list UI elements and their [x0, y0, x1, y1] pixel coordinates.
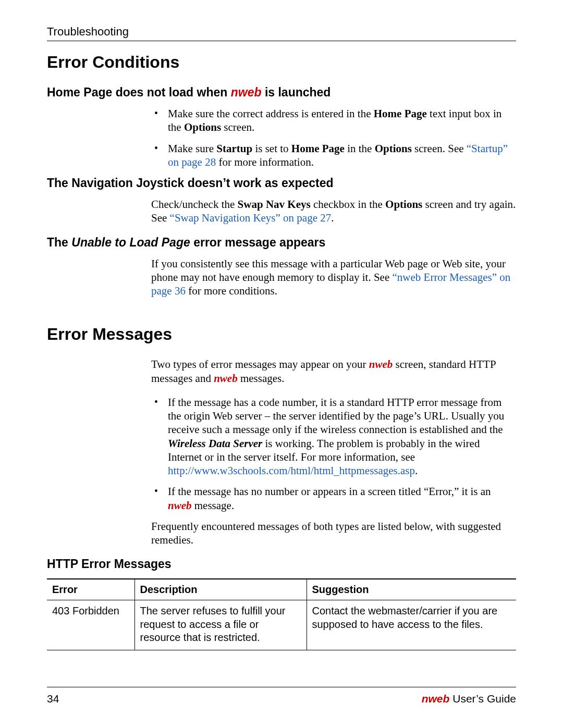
bold-text: Options: [184, 121, 221, 133]
text-fragment: Check/uncheck the: [151, 198, 238, 211]
text-fragment: in the: [345, 142, 375, 155]
heading-error-messages: Error Messages: [47, 325, 516, 344]
paragraph: Check/uncheck the Swap Nav Keys checkbox…: [151, 198, 516, 225]
subheading-joystick: The Navigation Joystick doesn’t work as …: [47, 176, 516, 190]
list-item: Make sure Startup is set to Home Page in…: [151, 142, 516, 169]
text-fragment: message.: [192, 499, 235, 512]
nweb-brand: nweb: [214, 372, 238, 385]
heading-error-conditions: Error Conditions: [47, 53, 516, 72]
text-fragment: .: [331, 212, 334, 224]
running-header: Troubleshooting: [47, 25, 516, 41]
italic-text: Unable to Load Page: [71, 236, 190, 249]
col-header-error: Error: [47, 579, 134, 600]
bold-text: Swap Nav Keys: [238, 198, 311, 211]
cell-suggestion: Contact the webmaster/carrier if you are…: [307, 600, 516, 650]
page-number: 34: [47, 693, 59, 705]
col-header-description: Description: [134, 579, 307, 600]
footer-title: nweb User’s Guide: [422, 693, 516, 705]
subheading-home-page-not-load: Home Page does not load when nweb is lau…: [47, 85, 516, 100]
nweb-brand: nweb: [369, 358, 393, 371]
text-fragment: screen.: [221, 121, 254, 133]
text-fragment: is launched: [262, 85, 331, 99]
bullet-list: If the message has a code number, it is …: [151, 396, 516, 512]
bold-text: Home Page: [291, 142, 345, 155]
text-fragment: Home Page does not load when: [47, 85, 231, 99]
paragraph: Frequently encountered messages of both …: [151, 520, 516, 547]
text-fragment: is set to: [252, 142, 291, 155]
text-fragment: .: [415, 464, 418, 477]
page-footer: 34 nweb User’s Guide: [47, 687, 516, 705]
external-link[interactable]: http://www.w3schools.com/html/html_httpm…: [168, 464, 415, 477]
list-item: If the message has no number or appears …: [151, 485, 516, 512]
cell-description: The server refuses to fulfill your reque…: [134, 600, 307, 650]
bullet-list: Make sure the correct address is entered…: [151, 107, 516, 169]
page-content: Troubleshooting Error Conditions Home Pa…: [0, 0, 563, 650]
text-fragment: error message appears: [190, 236, 326, 249]
col-header-suggestion: Suggestion: [307, 579, 516, 600]
text-fragment: Make sure: [168, 142, 216, 155]
paragraph: Two types of error messages may appear o…: [151, 357, 516, 385]
paragraph: If you consistently see this message wit…: [151, 257, 516, 298]
text-fragment: If the message has a code number, it is …: [168, 396, 504, 436]
table-row: 403 Forbidden The server refuses to fulf…: [47, 600, 516, 650]
text-fragment: The: [47, 236, 71, 249]
text-fragment: screen. See: [412, 142, 467, 155]
nweb-brand: nweb: [168, 499, 192, 512]
subheading-http-errors: HTTP Error Messages: [47, 557, 516, 571]
nweb-brand: nweb: [231, 85, 262, 99]
bold-text: Options: [375, 142, 412, 155]
subheading-unable-to-load: The Unable to Load Page error message ap…: [47, 236, 516, 250]
footer-guide-text: User’s Guide: [449, 693, 516, 705]
chapter-name: Troubleshooting: [47, 25, 129, 38]
text-fragment: messages.: [238, 372, 285, 385]
text-fragment: for more information.: [216, 156, 314, 168]
http-error-table: Error Description Suggestion 403 Forbidd…: [47, 578, 516, 650]
table-header-row: Error Description Suggestion: [47, 579, 516, 600]
cross-reference-link[interactable]: “Swap Navigation Keys” on page 27: [170, 212, 332, 224]
bold-text: Home Page: [374, 107, 427, 120]
text-fragment: Two types of error messages may appear o…: [151, 358, 369, 371]
bold-italic-text: Wireless Data Server: [168, 437, 262, 450]
text-fragment: If the message has no number or appears …: [168, 485, 491, 498]
cell-error: 403 Forbidden: [47, 600, 134, 650]
text-fragment: Make sure the correct address is entered…: [168, 107, 374, 120]
text-fragment: for more conditions.: [186, 285, 277, 297]
bold-text: Startup: [216, 142, 252, 155]
bold-text: Options: [385, 198, 422, 211]
text-fragment: checkbox in the: [311, 198, 385, 211]
list-item: If the message has a code number, it is …: [151, 396, 516, 478]
list-item: Make sure the correct address is entered…: [151, 107, 516, 134]
nweb-brand: nweb: [422, 693, 450, 705]
